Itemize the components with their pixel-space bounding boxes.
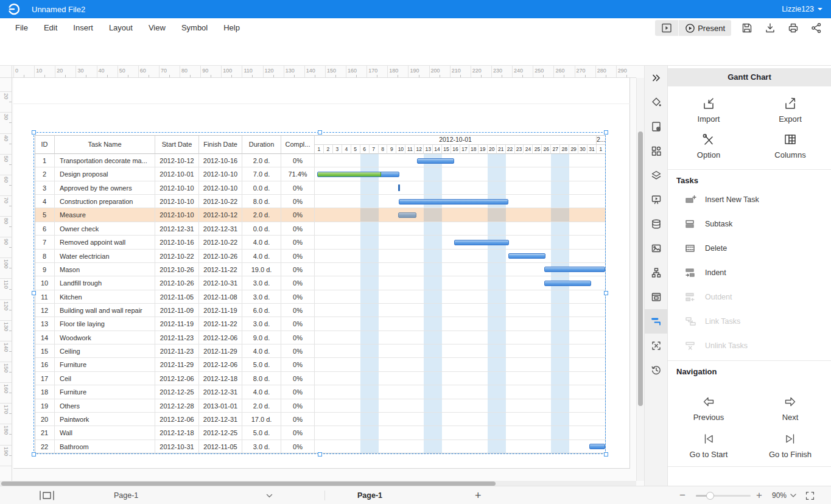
menu-insert[interactable]: Insert xyxy=(65,18,101,38)
task-cell-id[interactable]: 13 xyxy=(35,317,55,331)
milestone-marker[interactable] xyxy=(398,184,400,191)
vertical-scrollbar[interactable] xyxy=(636,78,644,481)
task-cell-id[interactable]: 21 xyxy=(35,426,55,439)
gantt-bar[interactable] xyxy=(399,199,508,205)
task-cell-start-date[interactable]: 2012-10-26 xyxy=(155,263,199,276)
task-cell-id[interactable]: 16 xyxy=(35,358,55,371)
zoom-level-chevron[interactable] xyxy=(790,486,796,504)
user-menu[interactable]: Lizzie123 xyxy=(782,0,822,18)
task-cell-duration[interactable]: 5.0 d. xyxy=(242,358,281,371)
task-cell-complete[interactable]: 0% xyxy=(281,290,315,304)
collapse-panel-icon[interactable] xyxy=(645,66,668,90)
task-cell-complete[interactable]: 0% xyxy=(281,222,315,236)
task-cell-finish-date[interactable]: 2012-11-19 xyxy=(199,304,242,317)
task-cell-name[interactable]: Ceil xyxy=(55,372,155,385)
task-cell-complete[interactable]: 0% xyxy=(281,385,315,399)
task-cell-complete[interactable]: 0% xyxy=(281,208,315,222)
selection-handle[interactable] xyxy=(604,291,608,295)
selection-handle[interactable] xyxy=(32,452,36,457)
task-cell-complete[interactable]: 0% xyxy=(281,154,315,167)
task-cell-duration[interactable]: 3.0 d. xyxy=(242,317,281,331)
indent-button[interactable]: Indent xyxy=(668,261,831,285)
task-cell-complete[interactable]: 0% xyxy=(281,426,315,439)
task-cell-id[interactable]: 11 xyxy=(35,290,55,304)
task-cell-finish-date[interactable]: 2013-01-01 xyxy=(199,399,242,413)
task-cell-id[interactable]: 1 xyxy=(35,154,55,167)
task-cell-finish-date[interactable]: 2012-12-31 xyxy=(199,222,242,236)
gantt-bar[interactable] xyxy=(508,253,545,259)
task-cell-duration[interactable]: 6.0 d. xyxy=(242,304,281,317)
history-icon[interactable] xyxy=(645,358,668,382)
layers-icon[interactable] xyxy=(645,163,668,187)
task-cell-complete[interactable]: 0% xyxy=(281,331,315,345)
task-cell-start-date[interactable]: 2012-11-29 xyxy=(155,358,199,371)
gantt-bar[interactable] xyxy=(417,158,454,164)
task-cell-duration[interactable]: 3.0 d. xyxy=(242,290,281,304)
selection-handle[interactable] xyxy=(604,130,608,135)
task-cell-finish-date[interactable]: 2012-12-31 xyxy=(199,385,242,399)
task-cell-finish-date[interactable]: 2012-12-25 xyxy=(199,426,242,439)
task-cell-name[interactable]: Construction preparation xyxy=(55,195,155,208)
task-cell-start-date[interactable]: 2012-12-06 xyxy=(155,372,199,385)
menu-help[interactable]: Help xyxy=(216,18,248,38)
print-button[interactable] xyxy=(786,21,801,35)
task-cell-id[interactable]: 6 xyxy=(35,222,55,236)
fullscreen-button[interactable] xyxy=(805,486,815,504)
save-button[interactable] xyxy=(740,21,754,35)
task-cell-id[interactable]: 7 xyxy=(35,236,55,249)
task-cell-complete[interactable]: 0% xyxy=(281,440,315,453)
task-cell-duration[interactable]: 4.0 d. xyxy=(242,385,281,399)
task-cell-name[interactable]: Floor tile laying xyxy=(55,317,155,331)
task-cell-name[interactable]: Measure xyxy=(55,208,155,222)
task-cell-name[interactable]: Owner check xyxy=(55,222,155,236)
task-cell-start-date[interactable]: 2012-11-19 xyxy=(155,317,199,331)
task-cell-complete[interactable]: 0% xyxy=(281,181,315,195)
slideshow-button[interactable] xyxy=(655,20,679,36)
task-cell-name[interactable]: Design proposal xyxy=(55,167,155,181)
page-selector-chevron[interactable] xyxy=(266,486,273,504)
task-cell-start-date[interactable]: 2012-12-18 xyxy=(155,426,199,439)
export-button[interactable]: Export xyxy=(749,96,831,124)
task-cell-name[interactable]: Furniture xyxy=(55,358,155,371)
task-cell-complete[interactable]: 0% xyxy=(281,263,315,276)
connector-swap-icon[interactable] xyxy=(645,334,668,358)
selection-handle[interactable] xyxy=(32,130,36,135)
task-cell-duration[interactable]: 4.0 d. xyxy=(242,236,281,249)
insert-new-task-button[interactable]: Insert New Task xyxy=(668,187,831,212)
task-cell-start-date[interactable]: 2012-11-05 xyxy=(155,290,199,304)
task-cell-duration[interactable]: 5.0 d. xyxy=(242,426,281,439)
task-cell-id[interactable]: 17 xyxy=(35,372,55,385)
task-cell-id[interactable]: 14 xyxy=(35,331,55,345)
horizontal-scrollbar-thumb[interactable] xyxy=(1,481,496,486)
download-button[interactable] xyxy=(763,21,777,35)
task-cell-name[interactable]: Furniture xyxy=(55,385,155,399)
task-cell-id[interactable]: 3 xyxy=(35,181,55,195)
task-cell-finish-date[interactable]: 2012-12-31 xyxy=(199,413,242,426)
previous-button[interactable]: Previous xyxy=(668,394,749,422)
task-cell-finish-date[interactable]: 2012-11-08 xyxy=(199,290,242,304)
task-cell-name[interactable]: Woodwork xyxy=(55,331,155,345)
task-cell-finish-date[interactable]: 2012-11-05 xyxy=(199,440,242,453)
task-cell-name[interactable]: Removed appoint wall xyxy=(55,236,155,249)
task-cell-name[interactable]: Others xyxy=(55,399,155,413)
selection-handle[interactable] xyxy=(318,452,322,457)
task-cell-finish-date[interactable]: 2012-12-06 xyxy=(199,331,242,345)
task-cell-finish-date[interactable]: 2012-10-22 xyxy=(199,236,242,249)
gantt-bar[interactable] xyxy=(589,444,605,449)
task-cell-complete[interactable]: 0% xyxy=(281,304,315,317)
task-cell-complete[interactable]: 0% xyxy=(281,195,315,208)
structure-icon[interactable] xyxy=(645,261,668,285)
task-cell-name[interactable]: Mason xyxy=(55,263,155,276)
task-cell-start-date[interactable]: 2012-10-10 xyxy=(155,208,199,222)
task-cell-id[interactable]: 4 xyxy=(35,195,55,208)
task-cell-name[interactable]: Building wall and wall repair xyxy=(55,304,155,317)
task-cell-duration[interactable]: 2.0 d. xyxy=(242,208,281,222)
presentation-icon[interactable] xyxy=(645,187,668,212)
task-cell-name[interactable]: Paintwork xyxy=(55,413,155,426)
task-cell-start-date[interactable]: 2012-10-26 xyxy=(155,276,199,290)
task-cell-duration[interactable]: 2.0 d. xyxy=(242,154,281,167)
task-cell-start-date[interactable]: 2012-11-09 xyxy=(155,304,199,317)
delete-task-button[interactable]: Delete xyxy=(668,236,831,261)
task-cell-finish-date[interactable]: 2012-10-16 xyxy=(199,154,242,167)
task-cell-duration[interactable]: 0.0 d. xyxy=(242,222,281,236)
